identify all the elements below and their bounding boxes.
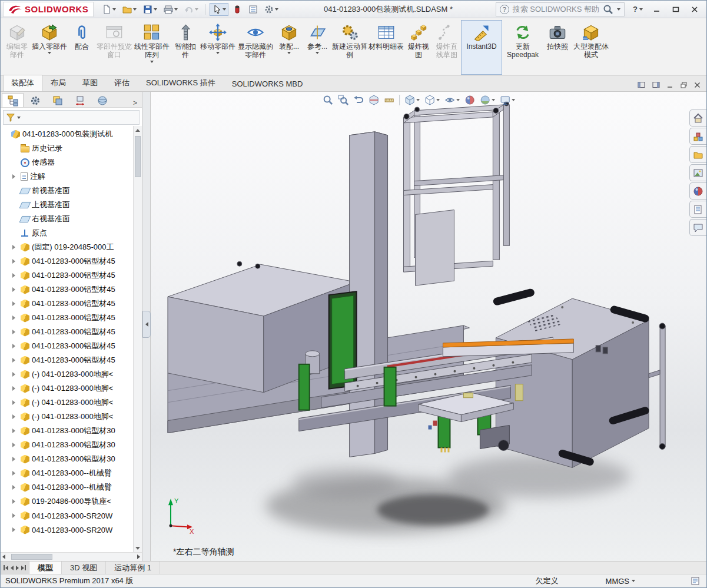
gantry-frame[interactable]: [404, 101, 510, 285]
help-button[interactable]: ?: [628, 5, 648, 14]
tab-3d-views[interactable]: 3D 视图: [62, 562, 106, 574]
expand-arrow-icon[interactable]: [12, 499, 18, 504]
configurationmanager-tab[interactable]: [47, 93, 68, 107]
expand-arrow-icon[interactable]: [12, 527, 18, 532]
tree-vertical-scrollbar[interactable]: [133, 126, 142, 552]
ribbon-button-insert-component[interactable]: 插入零部件: [31, 20, 68, 75]
expand-arrow-icon[interactable]: [12, 443, 18, 447]
tree-item[interactable]: 原点: [1, 226, 133, 240]
ribbon-button-explode-sketch[interactable]: 爆炸直线草图: [433, 20, 461, 75]
ribbon-button-show-hidden[interactable]: 显示隐藏的零部件: [236, 20, 275, 75]
pane-right-icon[interactable]: [652, 81, 660, 88]
apply-scene-button[interactable]: [480, 95, 495, 105]
expand-arrow-icon[interactable]: [12, 273, 18, 278]
dimxpertmanager-tab[interactable]: [69, 93, 91, 107]
select-button[interactable]: [210, 3, 228, 16]
propertymanager-tab[interactable]: [24, 93, 46, 107]
edit-appearance-button[interactable]: [464, 95, 475, 105]
ribbon-button-smart-fastener[interactable]: 智能扣件: [171, 20, 200, 75]
custom-properties-tab[interactable]: [689, 201, 706, 218]
next-tab-button[interactable]: [16, 566, 19, 570]
view-orientation-button[interactable]: [404, 95, 420, 105]
tree-item[interactable]: 注解: [1, 170, 133, 184]
doc-minimize-icon[interactable]: [667, 82, 673, 88]
undo-button[interactable]: [182, 3, 201, 16]
ribbon-button-edit-component[interactable]: 编辑零部件: [3, 20, 31, 75]
scroll-down-arrow[interactable]: [134, 544, 142, 552]
home-tab[interactable]: [689, 109, 706, 127]
tree-item[interactable]: (-) 041-01283-000地脚<: [1, 396, 133, 410]
tree-item[interactable]: (-) 041-01283-000地脚<: [1, 381, 133, 396]
tree-item[interactable]: 041-01283-000-SR20W: [1, 509, 133, 523]
ribbon-button-component-preview[interactable]: 零部件预览窗口: [96, 20, 132, 75]
tab-sketch[interactable]: 草图: [74, 75, 106, 91]
search-icon[interactable]: [603, 4, 613, 15]
tree-hscroll-thumb[interactable]: [11, 554, 52, 560]
tree-item[interactable]: (-) 041-01283-000地脚<: [1, 410, 133, 424]
ribbon-button-instant3d[interactable]: Instant3D: [461, 20, 502, 75]
expand-arrow-icon[interactable]: [12, 330, 18, 334]
print-button[interactable]: [161, 3, 180, 16]
featuremanager-tab[interactable]: [2, 93, 24, 107]
panel-collapse-handle[interactable]: [142, 311, 151, 338]
zoom-area-button[interactable]: [338, 95, 348, 105]
units-selector[interactable]: MMGS: [606, 577, 635, 586]
ribbon-button-reference-geometry[interactable]: 参考...: [303, 20, 331, 75]
ribbon-button-bom[interactable]: 材料明细表: [368, 20, 404, 75]
selection-filter-button[interactable]: [230, 3, 244, 16]
ribbon-button-snapshot[interactable]: 拍快照: [543, 20, 572, 75]
view-settings-button[interactable]: [500, 95, 515, 105]
expand-arrow-icon[interactable]: [12, 513, 18, 518]
ribbon-button-linear-pattern[interactable]: 线性零部件阵列: [132, 20, 171, 75]
tree-horizontal-scrollbar[interactable]: [1, 552, 142, 561]
expand-arrow-icon[interactable]: [12, 372, 18, 377]
tab-mbd[interactable]: SOLIDWORKS MBD: [224, 77, 311, 91]
search-box[interactable]: ? 搜索 SOLIDWORKS 帮助: [496, 2, 625, 16]
tab-layout[interactable]: 布局: [42, 75, 74, 91]
open-button[interactable]: [120, 3, 139, 16]
design-library-tab[interactable]: [689, 128, 706, 145]
ribbon-button-mate[interactable]: 配合: [68, 20, 96, 75]
properties-list-button[interactable]: [246, 3, 260, 16]
file-explorer-tab[interactable]: [689, 146, 706, 163]
view-palette-tab[interactable]: [689, 164, 706, 181]
expand-arrow-icon[interactable]: [12, 471, 18, 476]
tree-item[interactable]: (-) 041-01283-000地脚<: [1, 367, 133, 381]
tab-assembly[interactable]: 装配体: [3, 75, 42, 91]
tree-item[interactable]: 041-01283-000铝型材45: [1, 268, 133, 283]
doc-restore-icon[interactable]: [681, 82, 687, 88]
tree-item[interactable]: 019-20486-000导轨座<: [1, 494, 133, 509]
doc-close-icon[interactable]: [694, 82, 701, 88]
ribbon-button-assembly-features[interactable]: 装配...: [275, 20, 303, 75]
hide-show-items-button[interactable]: [444, 95, 460, 105]
tree-vscroll-thumb[interactable]: [135, 136, 141, 177]
tree-item[interactable]: 041-01283-000铝型材45: [1, 339, 133, 353]
model-3d-view[interactable]: Y X: [151, 92, 706, 561]
options-button[interactable]: [262, 3, 281, 16]
ribbon-button-update-speedpak[interactable]: 更新 Speedpak: [502, 20, 543, 75]
displaymanager-tab[interactable]: [91, 93, 113, 107]
previous-view-button[interactable]: [353, 95, 364, 105]
expand-arrow-icon[interactable]: [12, 428, 18, 433]
tree-item[interactable]: 041-01283-000-SR20W: [1, 523, 133, 537]
tree-item[interactable]: 右视基准面: [1, 212, 133, 226]
display-style-button[interactable]: [424, 95, 440, 105]
panel-splitter[interactable]: [142, 92, 151, 561]
tree-item[interactable]: 上视基准面: [1, 198, 133, 212]
expand-arrow-icon[interactable]: [12, 485, 18, 490]
ribbon-button-exploded-view[interactable]: 爆炸视图: [404, 20, 433, 75]
tree-item[interactable]: 041-01283-000铝型材45: [1, 283, 133, 297]
expand-arrow-icon[interactable]: [12, 174, 18, 179]
tree-item[interactable]: (固定) 019-20485-000工: [1, 240, 133, 254]
expand-arrow-icon[interactable]: [12, 245, 18, 250]
first-tab-button[interactable]: [4, 565, 8, 570]
ribbon-button-motion-study[interactable]: 新建运动算例: [331, 20, 368, 75]
tree-item[interactable]: 041-01283-000铝型材45: [1, 325, 133, 339]
expand-arrow-icon[interactable]: [12, 315, 18, 320]
tree-item[interactable]: 041-01283-000铝型材45: [1, 311, 133, 325]
tab-model[interactable]: 模型: [29, 562, 62, 574]
tab-evaluate[interactable]: 评估: [106, 75, 138, 91]
minimize-button[interactable]: [648, 2, 666, 17]
tree-item[interactable]: 041-01283-000铝型材30: [1, 438, 133, 452]
tree-item[interactable]: 041-01283-000铝型材45: [1, 297, 133, 311]
